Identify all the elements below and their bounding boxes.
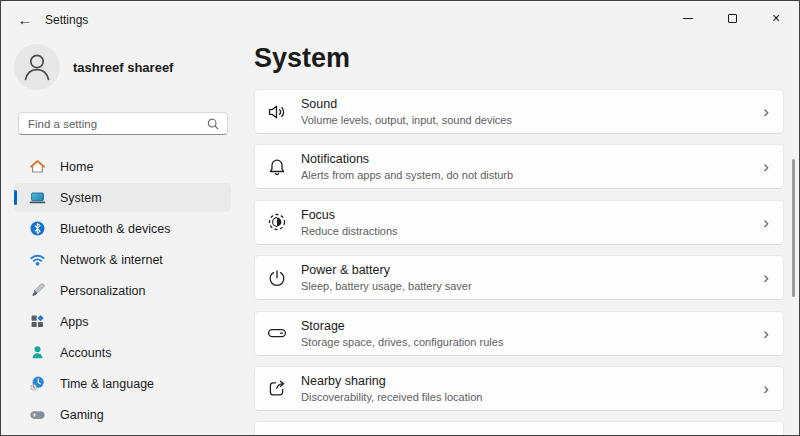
maximize-icon xyxy=(728,14,737,23)
sidebar-item-label: Apps xyxy=(60,315,89,329)
sidebar-item-label: Gaming xyxy=(60,408,104,422)
settings-window: ← Settings × tashreef shareef xyxy=(0,0,800,436)
settings-card-focus[interactable]: Focus Reduce distractions › xyxy=(254,200,784,245)
apps-icon xyxy=(29,313,46,330)
wifi-icon xyxy=(29,251,46,268)
user-profile[interactable]: tashreef shareef xyxy=(14,44,173,90)
home-icon xyxy=(29,158,46,175)
storage-icon xyxy=(265,321,289,345)
card-text: Nearby sharing Discoverability, received… xyxy=(301,374,482,403)
person-icon xyxy=(14,44,60,90)
maximize-button[interactable] xyxy=(710,2,754,34)
card-text: Sound Volume levels, output, input, soun… xyxy=(301,97,512,126)
card-title: Storage xyxy=(301,319,503,333)
chevron-right-icon: › xyxy=(763,380,769,397)
card-title: Nearby sharing xyxy=(301,374,482,388)
app-title: Settings xyxy=(45,13,88,27)
card-text: Notifications Alerts from apps and syste… xyxy=(301,152,513,181)
settings-card-notifications[interactable]: Notifications Alerts from apps and syste… xyxy=(254,144,784,189)
sidebar-item-home[interactable]: Home xyxy=(14,152,231,181)
sidebar-item-personalization[interactable]: Personalization xyxy=(14,276,231,305)
power-icon xyxy=(265,266,289,290)
settings-card-sound[interactable]: Sound Volume levels, output, input, soun… xyxy=(254,89,784,134)
sidebar: tashreef shareef Home xyxy=(1,37,246,435)
avatar xyxy=(14,44,60,90)
speaker-icon xyxy=(265,100,289,124)
sidebar-item-apps[interactable]: Apps xyxy=(14,307,231,336)
window-controls: × xyxy=(666,2,798,34)
search-input[interactable] xyxy=(28,118,206,130)
share-icon xyxy=(265,376,289,400)
page-title: System xyxy=(254,43,350,74)
selection-accent xyxy=(14,190,17,205)
sidebar-item-time-language[interactable]: Time & language xyxy=(14,369,231,398)
sidebar-nav: Home System Bluetooth xyxy=(14,152,231,431)
chevron-right-icon: › xyxy=(763,325,769,342)
sidebar-item-label: Bluetooth & devices xyxy=(60,222,171,236)
close-button[interactable]: × xyxy=(754,2,798,34)
card-text: Focus Reduce distractions xyxy=(301,208,398,237)
sidebar-item-label: Network & internet xyxy=(60,253,163,267)
settings-card-power-battery[interactable]: Power & battery Sleep, battery usage, ba… xyxy=(254,255,784,300)
main-content: System Sound Volume levels, output, inpu… xyxy=(246,37,799,435)
titlebar: ← Settings × xyxy=(1,1,799,37)
card-text: Storage Storage space, drives, configura… xyxy=(301,319,503,348)
chevron-right-icon: › xyxy=(763,158,769,175)
system-icon xyxy=(29,189,46,206)
chevron-right-icon: › xyxy=(763,214,769,231)
search-icon xyxy=(206,117,220,131)
clock-icon xyxy=(29,375,46,392)
bluetooth-icon xyxy=(29,220,46,237)
settings-card-nearby-sharing[interactable]: Nearby sharing Discoverability, received… xyxy=(254,366,784,411)
chevron-right-icon: › xyxy=(763,103,769,120)
card-text: Power & battery Sleep, battery usage, ba… xyxy=(301,263,472,292)
card-description: Sleep, battery usage, battery saver xyxy=(301,280,472,292)
card-title: Sound xyxy=(301,97,512,111)
gamepad-icon xyxy=(29,406,46,423)
sidebar-item-label: Time & language xyxy=(60,377,154,391)
sidebar-item-system[interactable]: System xyxy=(14,183,231,212)
sidebar-item-accounts[interactable]: Accounts xyxy=(14,338,231,367)
scrollbar[interactable] xyxy=(792,159,795,297)
settings-list: Sound Volume levels, output, input, soun… xyxy=(254,89,784,436)
person-icon xyxy=(29,344,46,361)
card-description: Discoverability, received files location xyxy=(301,391,482,403)
card-title: Power & battery xyxy=(301,263,472,277)
card-description: Volume levels, output, input, sound devi… xyxy=(301,114,512,126)
paintbrush-icon xyxy=(29,282,46,299)
settings-card-storage[interactable]: Storage Storage space, drives, configura… xyxy=(254,311,784,356)
card-description: Reduce distractions xyxy=(301,225,398,237)
search-box[interactable] xyxy=(18,112,228,135)
minimize-button[interactable] xyxy=(666,2,710,34)
sidebar-item-bluetooth-devices[interactable]: Bluetooth & devices xyxy=(14,214,231,243)
focus-icon xyxy=(265,210,289,234)
sidebar-item-network-internet[interactable]: Network & internet xyxy=(14,245,231,274)
sidebar-item-label: Accounts xyxy=(60,346,111,360)
sidebar-item-label: Home xyxy=(60,160,93,174)
card-title: Notifications xyxy=(301,152,513,166)
sidebar-item-gaming[interactable]: Gaming xyxy=(14,400,231,429)
back-icon[interactable]: ← xyxy=(13,8,37,30)
minimize-icon xyxy=(683,18,693,19)
sidebar-item-label: System xyxy=(60,191,102,205)
sidebar-item-label: Personalization xyxy=(60,284,145,298)
card-title: Focus xyxy=(301,208,398,222)
user-name: tashreef shareef xyxy=(73,60,173,75)
settings-card-multitasking[interactable]: Multitasking xyxy=(254,421,784,436)
bell-icon xyxy=(265,155,289,179)
card-description: Alerts from apps and system, do not dist… xyxy=(301,169,513,181)
card-description: Storage space, drives, configuration rul… xyxy=(301,336,503,348)
chevron-right-icon: › xyxy=(763,269,769,286)
